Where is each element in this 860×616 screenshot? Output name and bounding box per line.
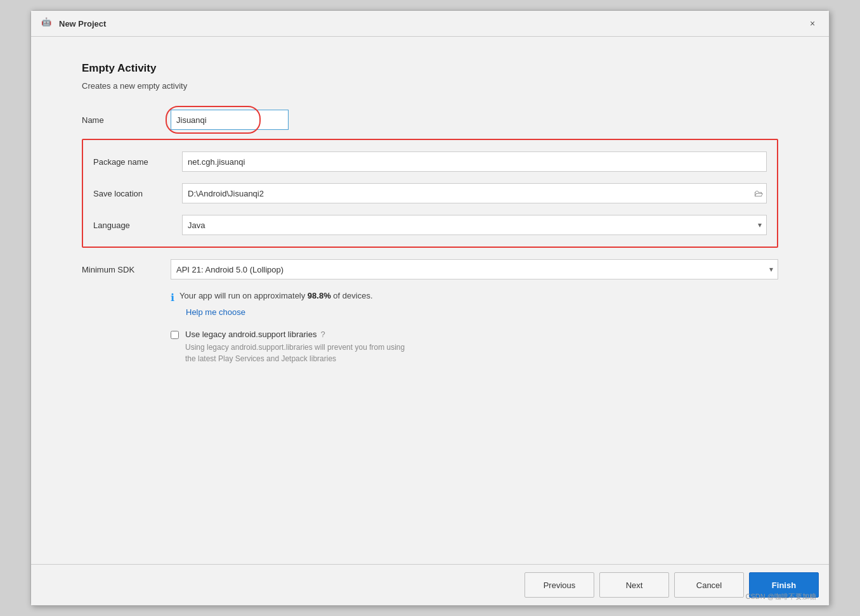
help-tooltip-icon[interactable]: ? <box>320 330 325 339</box>
dialog-footer: Previous Next Cancel Finish <box>31 564 829 605</box>
language-label: Language <box>93 221 182 230</box>
name-input-wrapper <box>171 110 778 130</box>
minimum-sdk-select-wrapper: API 16: Android 4.1 (Jelly Bean) API 21:… <box>171 259 778 279</box>
language-select-wrapper: Java Kotlin ▾ <box>182 215 767 235</box>
minimum-sdk-label: Minimum SDK <box>82 265 171 274</box>
cancel-button[interactable]: Cancel <box>674 572 744 598</box>
save-location-input[interactable] <box>182 183 767 203</box>
section-title: Empty Activity <box>82 62 778 75</box>
close-button[interactable]: × <box>806 17 819 30</box>
language-row: Language Java Kotlin ▾ <box>93 215 767 235</box>
name-label: Name <box>82 115 171 125</box>
title-bar: 🤖 New Project × <box>31 11 829 37</box>
minimum-sdk-row: Minimum SDK API 16: Android 4.1 (Jelly B… <box>82 259 778 279</box>
package-name-row: Package name <box>93 151 767 172</box>
highlighted-fields-box: Package name Save location 🗁 Language Ja… <box>82 139 778 248</box>
minimum-sdk-select[interactable]: API 16: Android 4.1 (Jelly Bean) API 21:… <box>171 259 778 279</box>
device-coverage-row: ℹ Your app will run on approximately 98.… <box>171 291 778 304</box>
device-coverage-section: ℹ Your app will run on approximately 98.… <box>171 291 778 317</box>
info-icon: ℹ <box>171 292 174 304</box>
watermark-text: CSDN @咖啡不要加糖 <box>746 592 816 601</box>
title-bar-left: 🤖 New Project <box>41 17 106 30</box>
legacy-library-description: Using legacy android.support.libraries w… <box>185 342 405 364</box>
next-button[interactable]: Next <box>599 572 669 598</box>
language-select[interactable]: Java Kotlin <box>182 215 767 235</box>
previous-button[interactable]: Previous <box>524 572 594 598</box>
android-icon: 🤖 <box>41 17 54 30</box>
package-name-label: Package name <box>93 157 182 167</box>
browse-folder-button[interactable]: 🗁 <box>754 188 763 198</box>
new-project-dialog: 🤖 New Project × Empty Activity Creates a… <box>30 10 830 606</box>
device-coverage-text: Your app will run on approximately 98.8%… <box>179 291 373 300</box>
section-subtitle: Creates a new empty activity <box>82 81 778 91</box>
name-row: Name <box>82 110 778 130</box>
package-name-input[interactable] <box>182 151 767 172</box>
save-location-wrapper: 🗁 <box>182 183 767 203</box>
checkbox-label-area: Use legacy android.support libraries ? U… <box>185 330 405 364</box>
help-link[interactable]: Help me choose <box>186 307 245 317</box>
checkbox-label-row: Use legacy android.support libraries ? <box>185 330 405 339</box>
save-location-label: Save location <box>93 189 182 198</box>
dialog-content: Empty Activity Creates a new empty activ… <box>31 37 829 564</box>
dialog-title: New Project <box>59 19 106 29</box>
legacy-library-checkbox[interactable] <box>171 331 179 339</box>
legacy-library-label: Use legacy android.support libraries <box>185 330 316 339</box>
name-input[interactable] <box>171 110 289 130</box>
save-location-row: Save location 🗁 <box>93 183 767 203</box>
legacy-library-row: Use legacy android.support libraries ? U… <box>171 330 778 364</box>
